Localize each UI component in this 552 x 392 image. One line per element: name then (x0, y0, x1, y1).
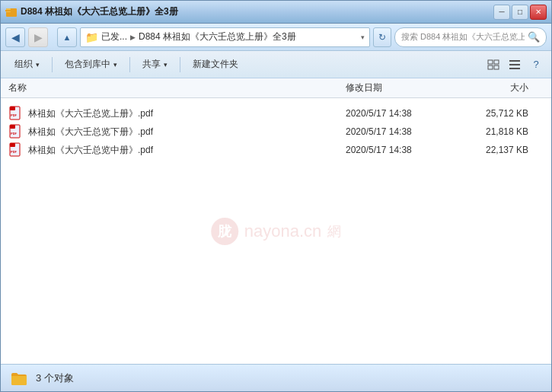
column-date-header[interactable]: 修改日期 (346, 81, 467, 94)
table-row[interactable]: PDF 林祖如《大六壬总览上册》.pdf 2020/5/17 14:38 25,… (1, 104, 551, 123)
address-part-2: D884 林祖如《大六壬总览上册》全3册 (139, 30, 296, 43)
include-label: 包含到库中 (65, 58, 110, 71)
column-name-header[interactable]: 名称 (8, 81, 346, 94)
svg-rect-2 (5, 10, 11, 11)
share-label: 共享 (142, 58, 161, 71)
file-date-1: 2020/5/17 14:38 (346, 126, 467, 137)
file-date-2: 2020/5/17 14:38 (346, 145, 467, 155)
file-date-0: 2020/5/17 14:38 (346, 108, 467, 119)
toolbar: 组织 ▾ 包含到库中 ▾ 共享 ▾ 新建文件夹 (1, 51, 551, 78)
organize-label: 组织 (14, 58, 33, 71)
content-area: 名称 修改日期 大小 PDF 林祖如《大六壬总览上册》.pdf 2020/5/1… (1, 78, 551, 364)
search-placeholder-text: 搜索 D884 林祖如《大六壬总览上... (401, 31, 525, 43)
address-dropdown-arrow: ▾ (361, 33, 365, 41)
address-part-1: 已发... (101, 30, 127, 43)
svg-rect-4 (494, 60, 499, 64)
file-name-2: 林祖如《大六壬总览中册》.pdf (28, 144, 346, 157)
svg-rect-14 (10, 125, 15, 129)
table-row[interactable]: PDF 林祖如《大六壬总览中册》.pdf 2020/5/17 14:38 22,… (1, 141, 551, 159)
svg-rect-6 (494, 65, 499, 69)
new-folder-label: 新建文件夹 (193, 58, 238, 71)
view-toggle-button[interactable] (484, 56, 503, 74)
search-bar[interactable]: 搜索 D884 林祖如《大六壬总览上... 🔍 (394, 27, 547, 47)
toolbar-separator-3 (180, 57, 180, 72)
main-window: D884 林祖如《大六壬总览上册》全3册 ─ □ ✕ ◀ ▶ ▲ 📁 已发...… (0, 0, 552, 392)
toolbar-separator-1 (52, 57, 53, 72)
column-size-header[interactable]: 大小 (467, 81, 544, 94)
organize-dropdown-icon: ▾ (36, 61, 40, 69)
address-folder-icon: 📁 (85, 31, 98, 43)
window-title: D884 林祖如《大六壬总览上册》全3册 (21, 5, 178, 18)
share-button[interactable]: 共享 ▾ (135, 54, 175, 75)
svg-rect-3 (488, 60, 493, 64)
address-bar[interactable]: 📁 已发... ▶ D884 林祖如《大六壬总览上册》全3册 ▾ (80, 27, 370, 47)
file-size-2: 22,137 KB (467, 145, 544, 155)
toolbar-right: ? (484, 56, 545, 74)
refresh-button[interactable]: ↻ (373, 27, 391, 47)
pdf-file-icon: PDF (8, 143, 24, 157)
watermark-suffix: 網 (327, 222, 341, 241)
file-list: PDF 林祖如《大六壬总览上册》.pdf 2020/5/17 14:38 25,… (1, 98, 551, 364)
window-icon (5, 6, 18, 18)
svg-rect-11 (10, 107, 15, 110)
minimize-button[interactable]: ─ (493, 5, 510, 20)
maximize-button[interactable]: □ (512, 5, 528, 20)
pdf-file-icon: PDF (8, 107, 24, 120)
file-size-0: 25,712 KB (467, 108, 544, 119)
back-button[interactable]: ◀ (5, 27, 25, 47)
watermark: 胧 nayona.cn 網 (211, 218, 342, 245)
share-dropdown-icon: ▾ (164, 61, 168, 69)
status-count-text: 3 个对象 (36, 371, 74, 385)
svg-rect-17 (10, 143, 15, 147)
svg-text:PDF: PDF (11, 150, 18, 154)
svg-rect-5 (488, 65, 493, 69)
table-row[interactable]: PDF 林祖如《大六壬总览下册》.pdf 2020/5/17 14:38 21,… (1, 123, 551, 141)
include-in-library-button[interactable]: 包含到库中 ▾ (57, 54, 125, 75)
file-name-1: 林祖如《大六壬总览下册》.pdf (28, 126, 346, 139)
title-bar: D884 林祖如《大六壬总览上册》全3册 ─ □ ✕ (1, 1, 551, 24)
up-button[interactable]: ▲ (57, 27, 77, 47)
svg-text:PDF: PDF (11, 132, 18, 135)
include-dropdown-icon: ▾ (113, 61, 117, 69)
help-button[interactable]: ? (527, 56, 545, 74)
svg-rect-7 (509, 60, 520, 62)
close-button[interactable]: ✕ (530, 5, 547, 20)
file-name-0: 林祖如《大六壬总览上册》.pdf (28, 107, 346, 120)
new-folder-button[interactable]: 新建文件夹 (185, 54, 246, 75)
navigation-bar: ◀ ▶ ▲ 📁 已发... ▶ D884 林祖如《大六壬总览上册》全3册 ▾ ↻… (1, 24, 551, 51)
view-details-button[interactable] (506, 56, 524, 74)
search-icon[interactable]: 🔍 (528, 31, 540, 43)
svg-text:PDF: PDF (11, 113, 18, 117)
toolbar-separator-2 (129, 57, 130, 72)
status-bar: 3 个对象 (1, 364, 551, 391)
column-headers: 名称 修改日期 大小 (1, 78, 551, 98)
watermark-logo: 胧 (211, 218, 238, 245)
address-arrow-1: ▶ (130, 33, 136, 41)
status-folder-icon (10, 369, 28, 387)
organize-button[interactable]: 组织 ▾ (7, 54, 47, 75)
svg-rect-8 (509, 64, 520, 65)
file-size-1: 21,818 KB (467, 126, 544, 137)
watermark-domain: nayona.cn (244, 221, 322, 241)
forward-button[interactable]: ▶ (28, 27, 48, 47)
title-bar-left: D884 林祖如《大六壬总览上册》全3册 (5, 5, 178, 18)
window-controls: ─ □ ✕ (493, 5, 547, 20)
svg-rect-9 (509, 68, 520, 69)
pdf-file-icon: PDF (8, 125, 24, 139)
